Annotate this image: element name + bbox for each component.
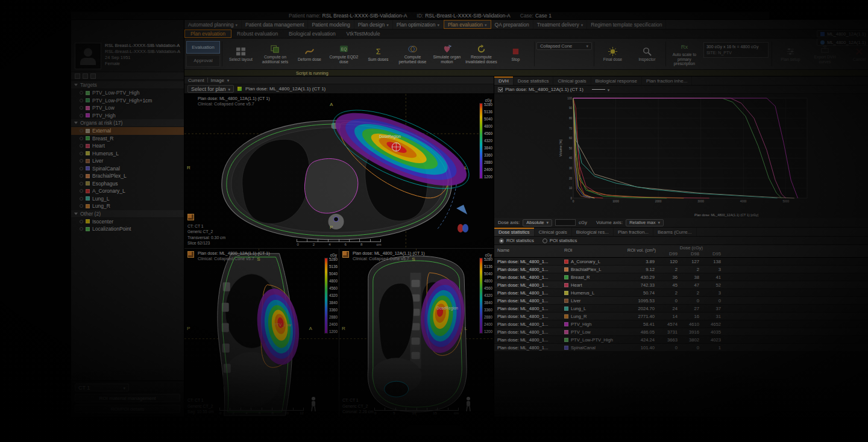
patient-model-icon[interactable] xyxy=(456,223,470,234)
recompute-invalidated-doses-button[interactable]: Recompute invalidated doses xyxy=(465,40,498,68)
stats-row-brachialplex-l[interactable]: Plan dose: ML_4800_1...BrachialPlex_L9.1… xyxy=(494,266,868,273)
ct-view-coronal[interactable]: Plan dose: ML_4800_12A(1.1) (CT 1) Clini… xyxy=(339,248,494,417)
stats-row-liver[interactable]: Plan dose: ML_4800_1...Liver1095.53000 xyxy=(494,297,868,305)
section-targets[interactable]: Targets xyxy=(71,81,184,89)
visibility-icon[interactable] xyxy=(80,159,83,163)
roi-poi-details-button[interactable]: ROI/POI details xyxy=(75,405,180,413)
menu-automated-planning[interactable]: Automated planning xyxy=(184,20,242,29)
roi-item-esophagus[interactable]: Esophagus xyxy=(71,180,184,188)
menu-patient-modeling[interactable]: Patient modeling xyxy=(308,20,354,29)
mode-approval[interactable]: Approval xyxy=(186,55,220,67)
menu-regimen-template-specification[interactable]: Regimen template specification xyxy=(587,20,666,29)
visibility-icon[interactable] xyxy=(80,114,83,117)
module-tab-plan-evaluation[interactable]: Plan evaluation xyxy=(184,30,231,38)
patient-model-icon[interactable] xyxy=(464,396,473,412)
menu-treatment-delivery[interactable]: Treatment delivery xyxy=(533,20,588,29)
auto-scale-to-primary-prescription-button[interactable]: RxAuto scale to primary prescription xyxy=(668,40,701,68)
filter-icon[interactable] xyxy=(83,73,88,79)
roi-item-external[interactable]: External xyxy=(71,127,184,135)
stats-tab-biological-res[interactable]: Biological res... xyxy=(572,228,614,236)
stats-tab-dose-statistics[interactable]: Dose statistics xyxy=(494,228,535,236)
menu-patient-data-management[interactable]: Patient data management xyxy=(242,20,308,29)
patient-model-icon[interactable] xyxy=(309,396,318,412)
plan-selector-2[interactable]: ML_4800_12A(1.1) xyxy=(817,39,868,46)
select-for-plan-dropdown[interactable]: Select for plan xyxy=(187,85,234,93)
roi-item-lung-l[interactable]: Lung_L xyxy=(71,195,184,203)
dvh-chart[interactable]: 0102030405060708090100010002000300040005… xyxy=(494,94,868,218)
orientation-cube-icon[interactable] xyxy=(187,251,194,258)
dose-axis-dropdown[interactable]: Absolute xyxy=(523,219,552,226)
algorithm-dropdown[interactable]: Collapsed Cone xyxy=(536,42,592,50)
list-icon[interactable] xyxy=(75,73,80,79)
roi-item-liver[interactable]: Liver xyxy=(71,157,184,165)
visibility-icon[interactable] xyxy=(80,152,83,155)
inspector-button[interactable]: Inspector xyxy=(631,40,664,68)
menu-qa-preparation[interactable]: QA preparation xyxy=(491,20,533,29)
visibility-icon[interactable] xyxy=(80,189,83,193)
orientation-cube-icon[interactable] xyxy=(342,251,349,258)
roi-item-spinalcanal[interactable]: SpinalCanal xyxy=(71,165,184,173)
roi-material-management-button[interactable]: ROI material management xyxy=(75,394,180,402)
stats-tab-beams-curre[interactable]: Beams (Curre... xyxy=(653,228,696,236)
roi-item-isocenter[interactable]: Isocenter xyxy=(71,218,184,226)
roi-item-localizationpoint[interactable]: LocalizationPoint xyxy=(71,225,184,233)
roi-item-heart[interactable]: Heart xyxy=(71,142,184,150)
menu-plan-evaluation[interactable]: Plan evaluation xyxy=(444,20,491,29)
visibility-icon[interactable] xyxy=(80,227,83,231)
stats-row-lung-l[interactable]: Plan dose: ML_4800_1...Lung_L2024.702427… xyxy=(494,305,868,313)
sum-doses-button[interactable]: ΣSum doses xyxy=(362,40,395,68)
section-other-2[interactable]: Other (2) xyxy=(71,210,184,218)
module-tab-biological-evaluation[interactable]: Biological evaluation xyxy=(283,30,341,38)
stats-row-a-coronary-l[interactable]: Plan dose: ML_4800_1...A_Coronary_L3.891… xyxy=(494,258,868,266)
visibility-icon[interactable] xyxy=(80,197,83,201)
tab-dvh[interactable]: DVH xyxy=(494,76,514,85)
volume-axis-dropdown[interactable]: Relative max xyxy=(626,219,664,226)
radio-roi-statistics[interactable]: ROI statistics xyxy=(499,238,534,243)
dose-axis-input[interactable] xyxy=(555,219,576,226)
roi-item-a-coronary-l[interactable]: A_Coronary_L xyxy=(71,187,184,195)
stats-row-breast-r[interactable]: Plan dose: ML_4800_1...Breast_R430.29363… xyxy=(494,273,868,281)
roi-item-ptv-low-ptv-high[interactable]: PTV_Low-PTV_High xyxy=(71,89,184,97)
roi-item-humerus-l[interactable]: Humerus_L xyxy=(71,150,184,158)
tab-biological-response[interactable]: Biological response xyxy=(591,76,642,85)
compute-eqd2-dose-button[interactable]: EQCompute EQD2 dose xyxy=(327,40,360,68)
select-layout-button[interactable]: Select layout xyxy=(224,40,257,68)
section-organs-at-risk-17[interactable]: Organs at risk (17) xyxy=(71,119,184,127)
stats-row-ptv-low-ptv-high[interactable]: Plan dose: ML_4800_1...PTV_Low-PTV_High4… xyxy=(494,336,868,344)
plan-setup-button[interactable]: Plan setup xyxy=(774,40,807,68)
chevron-down-icon[interactable] xyxy=(608,87,610,93)
ct-view-transversal[interactable]: Plan dose: ML_4800_12A(1.1) (CT 1) Clini… xyxy=(184,94,494,248)
tab-dose-statistics[interactable]: Dose statistics xyxy=(514,76,554,85)
compute-perturbed-dose-button[interactable]: Compute perturbed dose xyxy=(396,40,429,68)
stats-tab-plan-fraction[interactable]: Plan fraction... xyxy=(614,228,653,236)
stats-row-humerus-l[interactable]: Plan dose: ML_4800_1...Humerus_L50.74223 xyxy=(494,289,868,297)
visibility-icon[interactable] xyxy=(80,204,83,208)
tab-image[interactable]: Image xyxy=(211,78,224,83)
stats-row-heart[interactable]: Plan dose: ML_4800_1...Heart742.33454752 xyxy=(494,281,868,289)
stats-tab-clinical-goals[interactable]: Clinical goals xyxy=(535,228,572,236)
roi-item-lung-r[interactable]: Lung_R xyxy=(71,202,184,210)
visibility-icon[interactable] xyxy=(80,167,83,170)
simulate-organ-motion-button[interactable]: Simulate organ motion xyxy=(430,40,464,68)
visibility-icon[interactable] xyxy=(80,220,83,223)
roi-item-ptv-low[interactable]: PTV_Low xyxy=(71,104,184,112)
radio-poi-statistics[interactable]: POI statistics xyxy=(542,238,577,243)
visibility-icon[interactable] xyxy=(80,91,83,95)
menu-plan-optimization[interactable]: Plan optimization xyxy=(393,20,444,29)
final-dose-button[interactable]: Final dose xyxy=(596,40,629,68)
module-tab-robust-evaluation[interactable]: Robust evaluation xyxy=(231,30,283,38)
visibility-icon[interactable] xyxy=(80,137,83,140)
stats-row-ptv-low[interactable]: Plan dose: ML_4800_1...PTV_Low486.053731… xyxy=(494,328,868,336)
compute-on-additional-sets-button[interactable]: Compute on additional sets xyxy=(259,40,292,68)
orientation-cube-icon[interactable] xyxy=(187,214,194,220)
stats-row-spinalcanal[interactable]: Plan dose: ML_4800_1...SpinalCanal101.40… xyxy=(494,344,868,352)
stop-button[interactable]: Stop xyxy=(499,40,532,68)
visibility-icon[interactable] xyxy=(80,144,83,148)
menu-plan-design[interactable]: Plan design xyxy=(354,20,393,29)
tab-plan-fraction-inhe[interactable]: Plan fraction inhe... xyxy=(642,76,692,85)
settings-icon[interactable] xyxy=(90,73,96,79)
stats-row-lung-r[interactable]: Plan dose: ML_4800_1...Lung_R2771.401416… xyxy=(494,313,868,320)
deform-dose-button[interactable]: Deform dose xyxy=(293,40,326,68)
tab-current[interactable]: Current xyxy=(188,78,204,83)
ct-view-sagittal[interactable]: Plan dose: ML_4800_12A(1.1) (CT 1) Clini… xyxy=(184,248,339,417)
